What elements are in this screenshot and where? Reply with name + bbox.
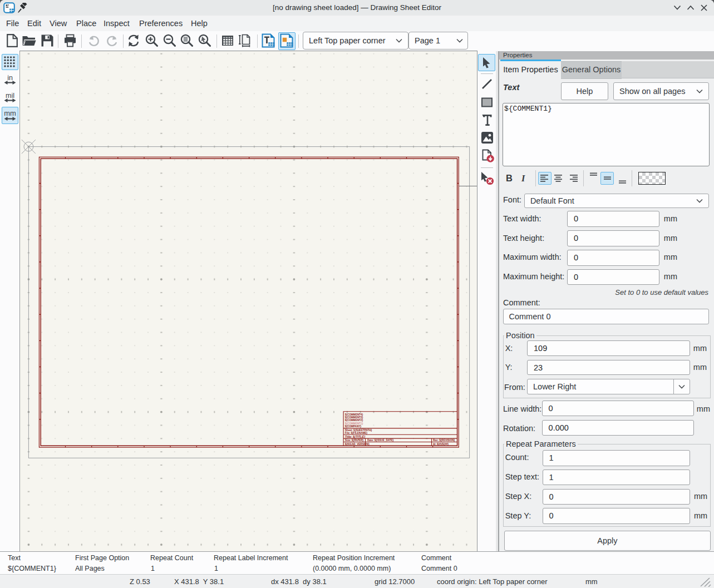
svg-text:${COMMENT2}: ${COMMENT2} — [345, 419, 363, 422]
svg-text:in: in — [7, 75, 13, 82]
svg-text:${COMMENT1}: ${COMMENT1} — [345, 422, 363, 425]
svg-text:${KICAD_VERSION}: ${KICAD_VERSION} — [345, 443, 370, 446]
svg-text:Size: ${PAPER}: Size: ${PAPER} — [345, 439, 364, 442]
svg-text:Rev: ${REVISION}: Rev: ${REVISION} — [433, 439, 455, 442]
svg-text:Date: ${ISSUE_DATE}: Date: ${ISSUE_DATE} — [367, 439, 394, 442]
svg-text:File: ${FILENAME}: File: ${FILENAME} — [345, 432, 368, 434]
svg-text:mil: mil — [6, 92, 14, 100]
svg-text:mm: mm — [4, 109, 16, 117]
svg-text:Id: ${#}/${##}: Id: ${#}/${##} — [433, 443, 449, 446]
svg-text:${COMPANY}: ${COMPANY} — [345, 425, 361, 428]
svg-text:Title: ${TITLE}: Title: ${TITLE} — [345, 435, 366, 438]
